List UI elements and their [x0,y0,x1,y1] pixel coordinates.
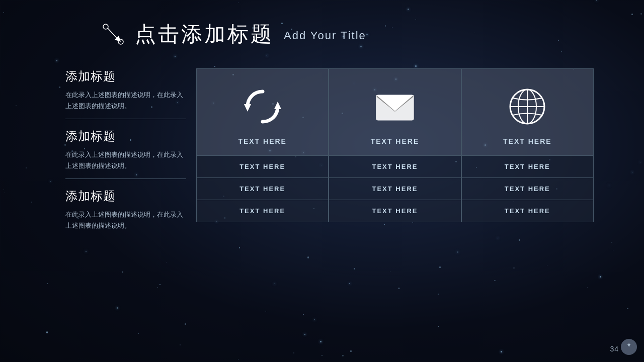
sidebar: 添加标题 在此录入上述图表的描述说明，在此录入上述图表的描述说明。 添加标题 在… [65,68,196,239]
card-3-top-label: TEXT HERE [503,137,552,145]
page-number: 34 [610,345,619,353]
card-3-row-1: TEXT HERE [462,155,593,177]
card-1-row-2: TEXT HERE [197,177,328,200]
refresh-icon [240,84,285,129]
page-content: 点击添加标题 Add Your Title 添加标题 在此录入上述图表的描述说明… [0,0,644,362]
card-3-row-2: TEXT HERE [462,177,593,200]
main-content: 添加标题 在此录入上述图表的描述说明，在此录入上述图表的描述说明。 添加标题 在… [0,63,644,239]
sidebar-title-3: 添加标题 [65,188,186,204]
svg-marker-5 [274,102,281,109]
asterisk-icon: * [627,342,630,351]
card-2-row-2: TEXT HERE [329,177,460,200]
sidebar-text-3: 在此录入上述图表的描述说明，在此录入上述图表的描述说明。 [65,209,186,231]
asterisk-button[interactable]: * [621,339,637,355]
card-2-row-3: TEXT HERE [329,200,460,222]
sidebar-title-2: 添加标题 [65,128,186,144]
card-3: TEXT HERE TEXT HERE TEXT HERE TEXT HERE [461,68,594,222]
sidebar-divider-1 [65,119,186,119]
sidebar-title-1: 添加标题 [65,68,186,84]
card-2-rows: TEXT HERE TEXT HERE TEXT HERE [329,155,460,222]
card-3-top: TEXT HERE [462,69,593,155]
cards-area: TEXT HERE TEXT HERE TEXT HERE TEXT HERE [196,68,594,222]
card-3-rows: TEXT HERE TEXT HERE TEXT HERE [462,155,593,222]
card-2-row-1: TEXT HERE [329,155,460,177]
card-1-row-1: TEXT HERE [197,155,328,177]
header: 点击添加标题 Add Your Title [0,0,644,63]
header-icon [101,22,126,47]
card-3-row-3: TEXT HERE [462,200,593,222]
svg-marker-4 [244,104,251,112]
card-2-top-label: TEXT HERE [371,137,420,145]
page-title-en: Add Your Title [284,29,366,42]
card-1: TEXT HERE TEXT HERE TEXT HERE TEXT HERE [196,68,329,222]
card-1-row-3: TEXT HERE [197,200,328,222]
sidebar-section-2: 添加标题 在此录入上述图表的描述说明，在此录入上述图表的描述说明。 [65,128,186,171]
sidebar-text-2: 在此录入上述图表的描述说明，在此录入上述图表的描述说明。 [65,149,186,171]
card-1-top-label: TEXT HERE [238,137,287,145]
card-2-top: TEXT HERE [329,69,460,155]
card-1-rows: TEXT HERE TEXT HERE TEXT HERE [197,155,328,222]
sidebar-text-1: 在此录入上述图表的描述说明，在此录入上述图表的描述说明。 [65,89,186,112]
mail-icon [372,84,418,129]
sidebar-section-3: 添加标题 在此录入上述图表的描述说明，在此录入上述图表的描述说明。 [65,188,186,231]
page-title-cn: 点击添加标题 [135,20,274,48]
sidebar-divider-2 [65,178,186,179]
card-2: TEXT HERE TEXT HERE TEXT HERE TEXT HERE [329,68,461,222]
sidebar-section-1: 添加标题 在此录入上述图表的描述说明，在此录入上述图表的描述说明。 [65,68,186,112]
card-1-top: TEXT HERE [197,69,328,155]
globe-icon [505,84,550,129]
